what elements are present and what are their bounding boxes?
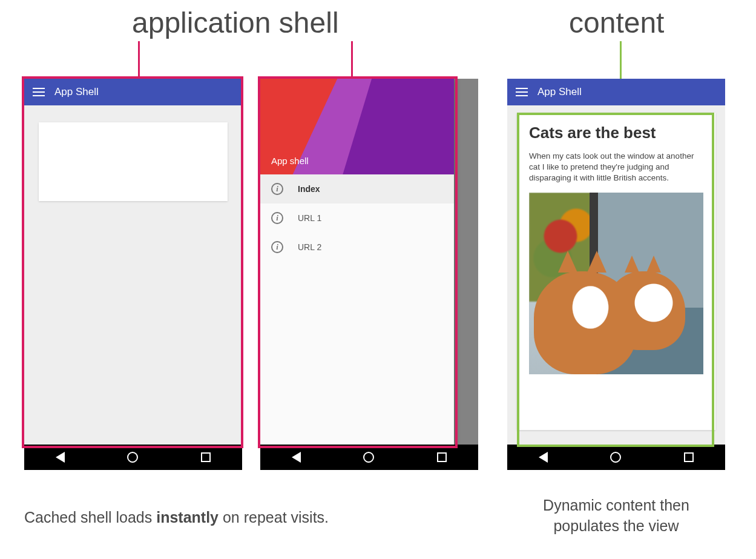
back-icon[interactable]	[539, 452, 548, 463]
caption-shell: Cached shell loads instantly on repeat v…	[24, 508, 329, 528]
info-icon: i	[271, 183, 283, 195]
phone-shell-drawer: App shell i Index i URL 1 i U	[260, 79, 478, 470]
android-nav-bar	[507, 445, 725, 470]
connector-line-shell-right	[351, 41, 353, 79]
phone-content: App Shell Cats are the best When my cats…	[507, 79, 725, 470]
label-content: content	[569, 6, 664, 39]
android-nav-bar	[260, 445, 478, 470]
back-icon[interactable]	[56, 452, 65, 463]
article-body: When my cats look out the window at anot…	[529, 151, 703, 184]
home-icon[interactable]	[610, 452, 621, 463]
drawer-item-url1[interactable]: i URL 1	[260, 203, 454, 233]
app-bar: App Shell	[24, 79, 242, 105]
caption-content: Dynamic content then populates the view	[513, 495, 719, 537]
article-image	[529, 193, 703, 374]
placeholder-card	[39, 122, 228, 201]
app-bar-title: App Shell	[54, 86, 99, 98]
connector-line-shell-left	[138, 41, 140, 79]
recents-icon[interactable]	[684, 452, 694, 462]
phone-shell-empty: App Shell	[24, 79, 242, 470]
recents-icon[interactable]	[437, 452, 447, 462]
home-icon[interactable]	[363, 452, 374, 463]
back-icon[interactable]	[292, 452, 301, 463]
app-bar-title: App Shell	[537, 86, 582, 98]
info-icon: i	[271, 212, 283, 224]
drawer-item-url2[interactable]: i URL 2	[260, 233, 454, 262]
nav-drawer: App shell i Index i URL 1 i U	[260, 79, 454, 445]
hamburger-icon[interactable]	[516, 88, 528, 96]
recents-icon[interactable]	[201, 452, 211, 462]
drawer-item-label: Index	[298, 184, 320, 194]
android-nav-bar	[24, 445, 242, 470]
home-icon[interactable]	[127, 452, 138, 463]
drawer-list: i Index i URL 1 i URL 2	[260, 174, 454, 262]
drawer-item-label: URL 2	[298, 242, 321, 252]
label-application-shell: application shell	[132, 6, 339, 39]
content-card: Cats are the best When my cats look out …	[517, 113, 715, 430]
hamburger-icon[interactable]	[33, 88, 45, 96]
drawer-item-index[interactable]: i Index	[260, 174, 454, 203]
drawer-item-label: URL 1	[298, 213, 321, 223]
drawer-header: App shell	[260, 79, 454, 174]
article-title: Cats are the best	[529, 124, 703, 142]
drawer-header-title: App shell	[271, 156, 309, 166]
info-icon: i	[271, 241, 283, 253]
app-bar: App Shell	[507, 79, 725, 105]
